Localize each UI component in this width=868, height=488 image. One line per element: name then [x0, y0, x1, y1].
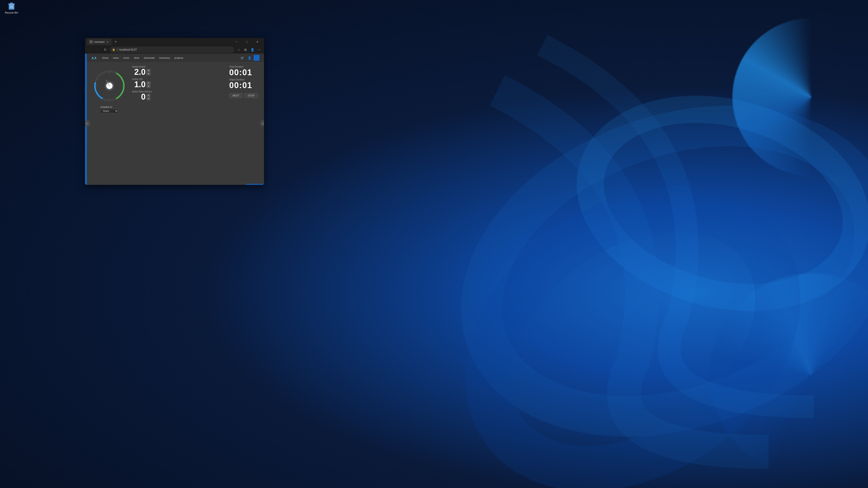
stop-button[interactable]: STOP	[244, 93, 258, 98]
nav-store[interactable]: store	[132, 56, 141, 60]
new-tab-button[interactable]: +	[113, 39, 119, 45]
speed-value-container: 2.0 ▲ ▼	[132, 68, 225, 76]
compare-section: compare to: Select Option 1 Option 2	[100, 106, 119, 113]
user-profile-button[interactable]: 👤	[249, 46, 255, 53]
carousel-prev-button[interactable]: ‹	[85, 120, 90, 127]
action-buttons: NEXT STOP	[229, 93, 258, 98]
timer-section: Total Duration: 00:01 Stage Duration: 00…	[229, 66, 258, 181]
address-icons: 🔒 ⓘ	[112, 48, 119, 51]
svg-line-12	[120, 79, 121, 79]
user-icon: 👤	[248, 56, 251, 60]
profile-icon: 👤	[250, 48, 254, 52]
tab-title: manoped	[94, 40, 104, 43]
recycle-bin-label: Recycle Bin	[5, 11, 18, 14]
address-bar[interactable]: 🔒 ⓘ localhost:5137	[110, 46, 234, 53]
browser-titlebar: manoped ✕ + ─ □ ✕	[85, 38, 264, 46]
info-icon: ⓘ	[116, 48, 119, 51]
app-logo[interactable]: ∧∧	[91, 56, 97, 60]
svg-line-14	[120, 92, 121, 93]
left-accent-bar	[85, 54, 87, 185]
back-button[interactable]: ‹	[87, 46, 93, 53]
bookmark-button[interactable]: ☆	[236, 46, 242, 53]
stage-duration-block: Stage Duration: 00:01	[229, 78, 258, 90]
action-rate-stepper: ▲ ▼	[147, 94, 151, 100]
puzzle-icon: ⊞	[244, 48, 247, 52]
forward-icon: ›	[97, 48, 98, 52]
carousel-next-button[interactable]: ›	[260, 120, 264, 127]
action-rate-increment-button[interactable]: ▲	[147, 94, 151, 97]
incline-stepper: ▲ ▼	[147, 81, 151, 88]
action-rate-value: 0	[132, 93, 146, 101]
address-url: localhost:5137	[119, 48, 232, 51]
security-icon: 🔒	[112, 48, 115, 51]
incline-metric: Incline (%) 1.0 ▲ ▼	[132, 78, 225, 89]
window-controls: ─ □ ✕	[231, 38, 262, 45]
svg-rect-5	[10, 3, 13, 4]
settings-button[interactable]: ⋯	[256, 46, 262, 53]
nav-news[interactable]: news	[111, 56, 121, 60]
stage-duration-value: 00:01	[229, 81, 258, 90]
browser-toolbar: ‹ › ↻ 🔒 ⓘ localhost:5137 ☆ ⊞ 👤	[85, 46, 264, 54]
refresh-icon: ↻	[104, 48, 107, 52]
browser-window: manoped ✕ + ─ □ ✕ ‹ › ↻ 🔒 ⓘ localhost:51…	[85, 38, 264, 185]
main-content: ‹	[87, 62, 264, 185]
total-duration-value: 00:01	[229, 68, 258, 76]
speed-decrement-button[interactable]: ▼	[147, 72, 151, 75]
incline-value-container: 1.0 ▲ ▼	[132, 80, 225, 89]
incline-decrement-button[interactable]: ▼	[147, 85, 151, 88]
total-duration-block: Total Duration: 00:01	[229, 66, 258, 76]
star-icon: ☆	[237, 48, 240, 52]
nav-home[interactable]: home	[100, 56, 110, 60]
right-arrow-icon: ›	[263, 122, 264, 125]
toolbar-actions: ☆ ⊞ 👤 ⋯	[236, 46, 262, 53]
recycle-bin-image	[7, 1, 16, 10]
ellipsis-icon: ⋯	[257, 48, 260, 52]
svg-line-11	[116, 74, 116, 75]
back-icon: ‹	[90, 48, 91, 52]
speed-value: 2.0	[132, 68, 146, 76]
user-button[interactable]: 👤	[246, 55, 253, 61]
incline-increment-button[interactable]: ▲	[147, 81, 151, 85]
action-rate-decrement-button[interactable]: ▼	[147, 97, 151, 100]
speed-increment-button[interactable]: ▲	[147, 69, 151, 72]
svg-line-18	[98, 92, 98, 93]
maximize-button[interactable]: □	[242, 38, 252, 45]
tab-bar: manoped ✕ +	[87, 38, 231, 46]
browser-tab-active[interactable]: manoped ✕	[87, 39, 112, 45]
minimize-button[interactable]: ─	[231, 38, 241, 45]
gauge-section: compare to: Select Option 1 Option 2	[91, 66, 127, 181]
svg-line-17	[103, 97, 103, 97]
extensions-button[interactable]: ⊞	[242, 46, 249, 53]
compare-select[interactable]: Select Option 1 Option 2	[100, 109, 119, 113]
action-rate-value-container: 0 ▲ ▼	[132, 93, 225, 101]
compare-label: compare to:	[100, 106, 119, 108]
speed-stepper: ▲ ▼	[147, 69, 151, 75]
left-arrow-icon: ‹	[86, 122, 88, 125]
app-content-area: ∧∧ home news moov store download resourc…	[85, 54, 264, 185]
next-button[interactable]: NEXT	[229, 93, 243, 98]
action-rate-metric: Action Rate (A/min) 0 ▲ ▼	[132, 90, 225, 101]
svg-line-21	[103, 74, 103, 75]
cart-button[interactable]: 🛒	[239, 55, 246, 61]
tab-close-button[interactable]: ✕	[106, 40, 109, 43]
forward-button[interactable]: ›	[94, 46, 101, 53]
nav-download[interactable]: download	[142, 56, 156, 60]
tab-favicon	[90, 40, 93, 43]
nav-resources[interactable]: resources	[157, 56, 172, 60]
controls-section: Speed (km/h) 2.0 ▲ ▼ Incline (%)	[132, 66, 225, 181]
gauge-svg	[91, 68, 127, 104]
svg-line-15	[116, 97, 116, 97]
gauge-container	[91, 68, 127, 104]
refresh-button[interactable]: ↻	[102, 46, 108, 53]
app-navbar: ∧∧ home news moov store download resourc…	[87, 54, 264, 62]
svg-line-20	[98, 79, 98, 79]
progress-bar	[246, 184, 264, 185]
nav-moov[interactable]: moov	[121, 56, 131, 60]
speed-metric: Speed (km/h) 2.0 ▲ ▼	[132, 66, 225, 76]
close-button[interactable]: ✕	[252, 38, 262, 45]
nav-projects[interactable]: projects	[173, 56, 185, 60]
recycle-bin-icon[interactable]: Recycle Bin	[1, 1, 22, 14]
app-square-button[interactable]	[254, 55, 259, 61]
cart-icon: 🛒	[241, 56, 244, 60]
incline-value: 1.0	[132, 80, 146, 89]
